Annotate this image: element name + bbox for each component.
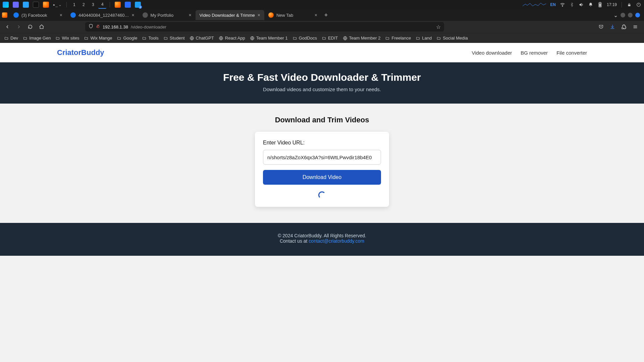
firefox-favicon-icon	[268, 12, 274, 18]
bookmark-item[interactable]: React App	[219, 36, 245, 41]
taskbar-vscode-icon[interactable]: 2	[133, 1, 142, 9]
taskbar-app-2[interactable]	[32, 1, 40, 9]
window-close-icon[interactable]	[635, 13, 640, 17]
language-indicator[interactable]: EN	[549, 1, 557, 9]
battery-icon[interactable]	[596, 1, 604, 9]
workspace-3[interactable]: 3	[89, 1, 97, 9]
video-url-input[interactable]	[263, 150, 381, 165]
close-tab-icon[interactable]: ×	[258, 13, 260, 17]
workspace-1[interactable]: 1	[70, 1, 78, 9]
site-footer: © 2024 CriatorBuddy. All Rights Reserved…	[0, 223, 644, 256]
close-tab-icon[interactable]: ×	[315, 13, 317, 17]
reload-button[interactable]	[25, 22, 35, 32]
bookmark-label: Team Member 1	[256, 36, 288, 41]
bookmarks-bar: DevImage GenWix sitesWix MangeGoogleTool…	[0, 33, 644, 43]
app-launcher-icon[interactable]	[1, 1, 10, 9]
bookmark-label: ChatGPT	[196, 36, 214, 41]
browser-tab-2[interactable]: 440440084_122487460… ×	[66, 10, 139, 20]
window-min-icon[interactable]	[621, 13, 625, 17]
back-button[interactable]	[3, 22, 12, 32]
window-max-icon[interactable]	[628, 13, 633, 17]
browser-navigation-bar: 192.168.1.38/video-downloader ☆	[0, 21, 644, 33]
app-menu-icon[interactable]	[631, 22, 640, 32]
bookmark-item[interactable]: Wix sites	[55, 36, 79, 41]
volume-icon[interactable]	[577, 1, 585, 9]
bookmark-label: Freelance	[391, 36, 411, 41]
taskbar-app-3[interactable]	[123, 1, 132, 9]
bookmark-label: React App	[225, 36, 245, 41]
clock[interactable]: 17:19	[605, 1, 618, 9]
browser-tab-strip: (3) Facebook × 440440084_122487460… × My…	[0, 9, 644, 21]
browser-tab-1[interactable]: (3) Facebook ×	[9, 10, 66, 20]
browser-tab-4[interactable]: Video Downloader & Trimme ×	[196, 10, 264, 20]
bookmark-label: Tools	[148, 36, 158, 41]
generic-favicon-icon	[143, 12, 148, 18]
workspace-2[interactable]: 2	[79, 1, 88, 9]
browser-tab-3[interactable]: My Portfolio ×	[139, 10, 196, 20]
bookmark-item[interactable]: Dev	[4, 36, 18, 41]
forward-button[interactable]	[14, 22, 23, 32]
taskbar-app-1[interactable]	[11, 1, 20, 9]
bookmark-item[interactable]: Team Member 1	[250, 36, 288, 41]
taskbar-terminal-icon[interactable]: ▸_⌄	[52, 1, 63, 9]
bookmark-item[interactable]: Image Gen	[23, 36, 51, 41]
bookmark-star-icon[interactable]: ☆	[436, 24, 441, 30]
taskbar-firefox-running-icon[interactable]	[113, 1, 122, 9]
tabs-overflow-icon[interactable]: ⌄	[613, 12, 618, 18]
footer-copyright: © 2024 CriatorBuddy. All Rights Reserved…	[0, 233, 644, 238]
main-section: Download and Trim Videos Enter Video URL…	[0, 104, 644, 223]
bookmark-item[interactable]: Wix Mange	[84, 36, 112, 41]
close-tab-icon[interactable]: ×	[189, 13, 191, 17]
bookmark-label: GodDocs	[299, 36, 317, 41]
pocket-icon[interactable]	[596, 22, 606, 32]
lock-icon[interactable]	[625, 1, 633, 9]
extensions-icon[interactable]	[619, 22, 629, 32]
bookmark-item[interactable]: Google	[117, 36, 137, 41]
site-brand[interactable]: CriatorBuddy	[57, 48, 104, 57]
firefox-app-icon[interactable]	[2, 12, 7, 18]
nav-file-converter[interactable]: File converter	[556, 50, 587, 56]
download-video-button[interactable]: Download Video	[263, 170, 381, 185]
bookmark-label: Dev	[10, 36, 18, 41]
url-bar[interactable]: 192.168.1.38/video-downloader ☆	[85, 22, 444, 32]
bookmark-item[interactable]: EDIT	[322, 36, 338, 41]
downloads-icon[interactable]	[608, 22, 617, 32]
bookmark-label: Land	[422, 36, 432, 41]
power-icon[interactable]	[635, 1, 643, 9]
svg-rect-3	[599, 3, 601, 7]
bookmark-item[interactable]: GodDocs	[292, 36, 317, 41]
close-tab-icon[interactable]: ×	[60, 13, 62, 17]
tab-title: (3) Facebook	[21, 13, 57, 18]
hero-title: Free & Fast Video Downloader & Trimmer	[0, 72, 644, 83]
section-title: Download and Trim Videos	[275, 116, 369, 124]
close-tab-icon[interactable]: ×	[131, 13, 134, 17]
notifications-icon[interactable]	[587, 1, 595, 9]
bookmark-item[interactable]: ChatGPT	[190, 36, 214, 41]
nav-bg-remover[interactable]: BG remover	[521, 50, 548, 56]
new-tab-button[interactable]: +	[321, 10, 331, 20]
insecure-lock-icon[interactable]	[96, 24, 100, 30]
shield-icon[interactable]	[89, 24, 93, 30]
workspace-4[interactable]: 4	[98, 1, 106, 9]
home-button[interactable]	[37, 22, 46, 32]
taskbar-firefox-icon[interactable]	[42, 1, 50, 9]
wifi-icon[interactable]	[558, 1, 567, 9]
bookmark-item[interactable]: Social Media	[436, 36, 468, 41]
nav-video-downloader[interactable]: Video downloader	[472, 50, 512, 56]
bookmark-item[interactable]: Student	[163, 36, 185, 41]
bookmark-item[interactable]: Freelance	[385, 36, 411, 41]
bookmark-item[interactable]: Land	[416, 36, 432, 41]
bookmark-item[interactable]: Tools	[142, 36, 158, 41]
browser-tab-5[interactable]: New Tab ×	[264, 10, 321, 20]
network-graph-icon[interactable]	[521, 1, 547, 9]
url-input-label: Enter Video URL:	[263, 140, 381, 146]
bookmark-label: Google	[123, 36, 137, 41]
bookmark-item[interactable]: Team Member 2	[343, 36, 381, 41]
svg-point-0	[562, 6, 562, 6]
taskbar-files-icon[interactable]	[21, 1, 30, 9]
footer-contact-email[interactable]: contact@criatorbuddy.com	[309, 238, 364, 244]
tab-title: New Tab	[276, 13, 312, 18]
bookmark-label: EDIT	[328, 36, 338, 41]
bluetooth-icon[interactable]	[568, 1, 576, 9]
facebook-icon	[70, 12, 76, 18]
